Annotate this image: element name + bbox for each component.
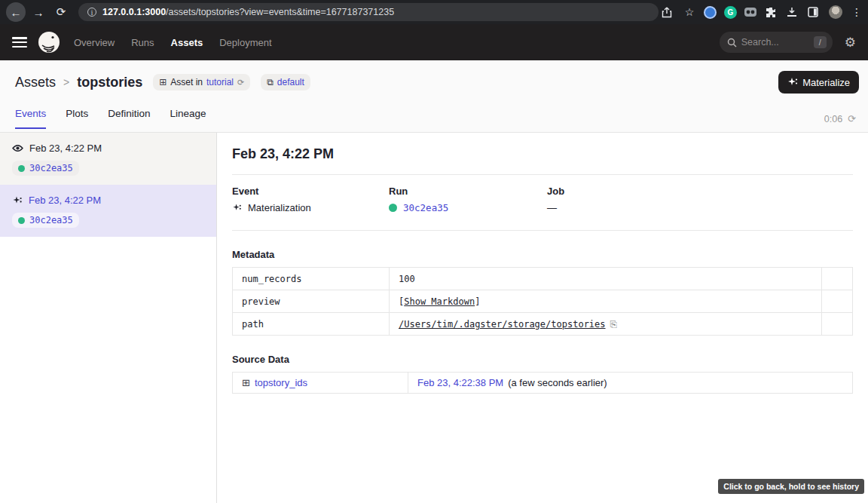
side-panel-icon[interactable] [808,7,821,17]
job-column-label: Job [547,186,853,197]
materialization-sparkle-icon [232,203,242,213]
source-data-table: ⊞topstory_ids Feb 23, 4:22:38 PM(a few s… [232,372,853,394]
metadata-key: path [233,313,390,336]
breadcrumb-separator: > [63,76,69,88]
metadata-empty-cell [822,268,853,290]
table-row: ⊞topstory_ids Feb 23, 4:22:38 PM(a few s… [233,373,853,394]
asset-page-header: Assets > topstories ⊞ Asset in tutorial … [0,60,868,133]
app-navbar: Overview Runs Assets Deployment / ⚙ [0,24,868,60]
source-time-cell: Feb 23, 4:22:38 PM(a few seconds earlier… [408,373,853,394]
asset-group-badge[interactable]: ⊞ Asset in tutorial ⟳ [153,74,250,90]
event-list-sidebar: Feb 23, 4:22 PM 30c2ea35 Feb 23, 4:22 PM… [0,133,217,503]
event-list-item-materialization[interactable]: Feb 23, 4:22 PM 30c2ea35 [0,185,216,237]
extensions-puzzle-icon[interactable] [766,7,779,17]
badge-prefix: Asset in [170,77,203,87]
browser-toolbar: ← → ⟳ i 127.0.0.1:3000/assets/topstories… [0,0,868,24]
event-column-label: Event [232,186,389,197]
metadata-table: num_records 100 preview [Show Markdown] … [232,267,853,336]
metadata-value: /Users/tim/.dagster/storage/topstories⎘ [390,313,822,336]
source-time-link[interactable]: Feb 23, 4:22:38 PM [417,377,503,388]
nav-item-assets[interactable]: Assets [171,37,203,48]
back-button-tooltip: Click to go back, hold to see history [718,479,864,494]
table-grid-icon: ⊞ [242,377,250,388]
eye-icon [12,144,23,152]
address-bar[interactable]: i 127.0.0.1:3000/assets/topstories?view=… [78,3,659,21]
nav-item-overview[interactable]: Overview [74,37,115,48]
badge-reload-icon[interactable]: ⟳ [237,78,244,87]
browser-forward-button[interactable]: → [29,2,48,22]
event-timestamp: Feb 23, 4:22 PM [29,143,102,154]
event-detail-panel: Feb 23, 4:22 PM Event Materialization Ru… [217,133,868,503]
metadata-empty-cell [822,290,853,313]
site-info-icon[interactable]: i [87,8,96,17]
tab-lineage[interactable]: Lineage [170,108,206,129]
global-search[interactable]: / [720,32,833,53]
path-link[interactable]: /Users/tim/.dagster/storage/topstories [399,319,606,330]
run-id: 30c2ea35 [29,215,73,225]
run-column-label: Run [389,186,547,197]
event-run-job-summary: Event Materialization Run 30c2ea35 Job — [232,186,853,213]
table-row: path /Users/tim/.dagster/storage/topstor… [233,313,853,336]
run-status-dot [18,217,25,224]
nav-links: Overview Runs Assets Deployment [74,37,272,48]
bracket-close: ] [475,296,480,307]
metadata-section-title: Metadata [232,249,853,260]
refresh-timer: 0:06 ⟳ [824,113,856,124]
materialization-sparkle-icon [12,195,23,206]
show-markdown-link[interactable]: Show Markdown [404,296,475,307]
browser-menu-icon[interactable]: ⋮ [850,6,863,18]
default-link[interactable]: default [277,77,304,87]
url-text: 127.0.0.1:3000/assets/topstories?view=ev… [102,7,394,17]
breadcrumb-assets-link[interactable]: Assets [15,75,56,90]
hamburger-menu-icon[interactable] [12,37,27,48]
event-list-item-observation[interactable]: Feb 23, 4:22 PM 30c2ea35 [0,133,216,185]
asset-tabs: Events Plots Definition Lineage [0,104,868,129]
run-id: 30c2ea35 [29,163,73,173]
materialize-sparkle-icon [787,77,798,87]
copy-clipboard-icon[interactable]: ⎘ [610,319,618,330]
tab-plots[interactable]: Plots [66,108,88,129]
settings-gear-icon[interactable]: ⚙ [845,35,856,51]
layers-icon: ⧉ [267,77,274,87]
event-detail-title: Feb 23, 4:22 PM [232,146,853,162]
browser-reload-button[interactable]: ⟳ [51,2,71,22]
metadata-empty-cell [822,313,853,336]
metadata-value: [Show Markdown] [390,290,822,313]
downloads-icon[interactable] [787,7,800,17]
tab-definition[interactable]: Definition [108,108,150,129]
source-asset-cell: ⊞topstory_ids [233,373,408,394]
table-row: preview [Show Markdown] [233,290,853,313]
metadata-key: num_records [233,268,390,290]
timer-value: 0:06 [824,114,842,124]
share-icon[interactable] [662,7,675,18]
run-id-pill[interactable]: 30c2ea35 [12,213,79,228]
asset-name: topstories [77,75,142,90]
run-id-link[interactable]: 30c2ea35 [403,202,448,213]
extension-clock-icon[interactable] [704,6,717,19]
run-status-dot [389,204,397,212]
browser-back-button[interactable]: ← [6,2,26,22]
source-data-section-title: Source Data [232,354,853,365]
job-value: — [547,202,853,213]
table-row: num_records 100 [233,268,853,290]
extension-goggles-icon[interactable] [744,8,758,17]
event-timestamp: Feb 23, 4:22 PM [29,195,101,206]
grammarly-icon[interactable]: G [724,6,737,19]
materialize-button[interactable]: Materialize [778,71,859,94]
run-id-pill[interactable]: 30c2ea35 [12,161,79,176]
source-asset-link[interactable]: topstory_ids [255,377,307,388]
repo-badge[interactable]: ⧉ default [261,74,310,90]
metadata-key: preview [233,290,390,313]
search-input[interactable] [741,37,806,48]
nav-item-runs[interactable]: Runs [131,37,154,48]
bookmark-star-icon[interactable]: ☆ [683,6,696,18]
tab-events[interactable]: Events [15,108,46,129]
event-type-value: Materialization [248,202,311,213]
dagster-logo[interactable] [38,31,60,54]
refresh-icon[interactable]: ⟳ [848,113,856,124]
browser-profile-avatar[interactable] [829,5,842,19]
tutorial-link[interactable]: tutorial [206,77,234,87]
metadata-value: 100 [390,268,822,290]
nav-item-deployment[interactable]: Deployment [219,37,271,48]
table-grid-icon: ⊞ [159,77,167,87]
